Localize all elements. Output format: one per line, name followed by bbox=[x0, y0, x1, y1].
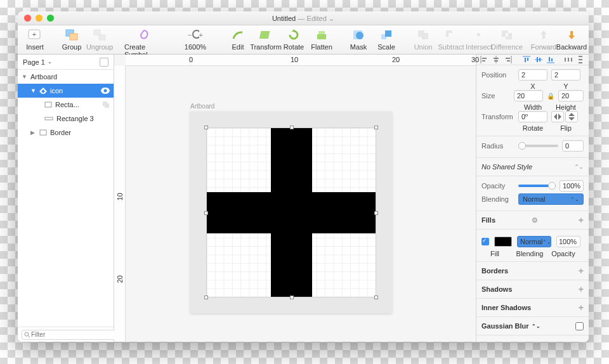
content-area: Page 1⌄ ▼Artboard ▼icon Recta... Rectang… bbox=[18, 55, 589, 342]
page-selector[interactable]: Page 1⌄ bbox=[18, 55, 114, 70]
lock-icon[interactable]: 🔒 bbox=[547, 93, 554, 100]
handle-se[interactable] bbox=[374, 296, 378, 299]
vertical-ruler[interactable]: 10 20 bbox=[114, 66, 126, 342]
position-x-input[interactable] bbox=[518, 69, 547, 81]
inner-shadows-header[interactable]: Inner Shadows+ bbox=[476, 299, 589, 317]
blur-checkbox[interactable] bbox=[575, 322, 584, 330]
flip-h-button[interactable] bbox=[551, 111, 564, 122]
align-left-icon[interactable] bbox=[479, 55, 490, 65]
svg-text:+: + bbox=[32, 30, 36, 38]
svg-rect-9 bbox=[317, 34, 326, 39]
layers-footer: ✎ 0 bbox=[18, 327, 114, 342]
radius-input[interactable] bbox=[562, 140, 584, 152]
handle-e[interactable] bbox=[374, 211, 378, 215]
union-button[interactable]: Union bbox=[411, 28, 435, 51]
add-fill-button[interactable]: + bbox=[579, 215, 584, 225]
layer-artboard[interactable]: ▼Artboard bbox=[18, 70, 114, 84]
layer-border[interactable]: ▶Border bbox=[18, 126, 114, 140]
scale-button[interactable]: Scale bbox=[374, 28, 398, 51]
handle-n[interactable] bbox=[290, 126, 294, 129]
flatten-button[interactable]: Flatten bbox=[310, 28, 334, 51]
svg-rect-10 bbox=[318, 31, 325, 34]
flip-v-button[interactable] bbox=[565, 111, 578, 122]
fill-opacity-input[interactable] bbox=[556, 236, 580, 247]
add-border-button[interactable]: + bbox=[579, 266, 584, 276]
window-controls bbox=[18, 15, 54, 22]
layer-filter-input[interactable] bbox=[22, 330, 121, 340]
position-y-input[interactable] bbox=[551, 69, 580, 81]
shadows-header[interactable]: Shadows+ bbox=[476, 280, 589, 299]
svg-rect-14 bbox=[385, 30, 391, 37]
blending-label: Blending bbox=[481, 195, 514, 203]
svg-rect-43 bbox=[568, 58, 569, 62]
ungroup-button[interactable]: Ungroup bbox=[88, 28, 112, 51]
handle-sw[interactable] bbox=[204, 296, 208, 299]
combine-icon[interactable] bbox=[102, 101, 110, 108]
gear-icon[interactable]: ⚙ bbox=[532, 216, 538, 224]
horizontal-ruler[interactable]: 0 10 20 30 bbox=[126, 55, 476, 66]
fill-color-swatch[interactable] bbox=[494, 237, 512, 247]
dist-v-icon[interactable] bbox=[575, 55, 586, 65]
maximize-window-button[interactable] bbox=[47, 15, 54, 22]
difference-button[interactable]: Difference bbox=[495, 28, 519, 51]
appearance-panel: Opacity BlendingNormal⌃⌄ bbox=[476, 176, 589, 211]
align-hcenter-icon[interactable] bbox=[491, 55, 502, 65]
insert-button[interactable]: +Insert bbox=[23, 28, 47, 51]
add-export-button[interactable]: + bbox=[579, 341, 584, 342]
chevron-down-icon: ⌄ bbox=[329, 15, 334, 22]
blending-select[interactable]: Normal⌃⌄ bbox=[518, 193, 584, 205]
title-state: — Edited bbox=[298, 15, 327, 22]
width-input[interactable] bbox=[514, 90, 543, 101]
shared-style-selector[interactable]: No Shared Style⌃⌄ bbox=[476, 158, 589, 176]
radius-label: Radius bbox=[481, 142, 514, 150]
create-symbol-button[interactable]: Create Symbol bbox=[124, 28, 165, 58]
blur-header[interactable]: Gaussian Blur⌃⌄+ bbox=[476, 317, 589, 335]
page-grid-icon[interactable] bbox=[100, 58, 108, 67]
fill-blend-select[interactable]: Normal⌃⌄ bbox=[517, 236, 551, 247]
handle-nw[interactable] bbox=[204, 126, 208, 129]
rotate-input[interactable] bbox=[518, 111, 547, 122]
height-input[interactable] bbox=[558, 90, 584, 101]
zoom-control[interactable]: −+1600% bbox=[178, 28, 213, 51]
align-right-icon[interactable] bbox=[503, 55, 514, 65]
minimize-window-button[interactable] bbox=[36, 15, 43, 22]
radius-slider[interactable] bbox=[518, 145, 558, 147]
fill-enabled-checkbox[interactable] bbox=[481, 238, 489, 245]
transform-button[interactable]: Transform bbox=[254, 28, 278, 51]
svg-rect-38 bbox=[539, 58, 540, 62]
export-section[interactable]: Make Exportable+ bbox=[476, 335, 589, 342]
rotate-button[interactable]: Rotate bbox=[282, 28, 306, 51]
canvas[interactable]: Artboard bbox=[126, 66, 476, 342]
edit-button[interactable]: Edit bbox=[226, 28, 250, 51]
opacity-slider[interactable] bbox=[518, 185, 556, 187]
forward-button[interactable]: Forward bbox=[532, 28, 556, 51]
handle-s[interactable] bbox=[290, 296, 294, 299]
svg-rect-41 bbox=[551, 58, 553, 62]
layer-icon[interactable]: ▼icon bbox=[18, 84, 114, 98]
close-window-button[interactable] bbox=[24, 15, 31, 22]
layer-rect2[interactable]: Rectangle 3 bbox=[18, 112, 114, 126]
add-inner-shadow-button[interactable]: + bbox=[579, 302, 584, 313]
intersect-button[interactable]: Intersect bbox=[467, 28, 491, 51]
svg-rect-22 bbox=[45, 117, 53, 120]
artboard-label[interactable]: Artboard bbox=[190, 103, 214, 110]
svg-rect-17 bbox=[477, 33, 480, 36]
align-vcenter-icon[interactable] bbox=[533, 55, 544, 65]
handle-w[interactable] bbox=[204, 211, 208, 215]
handle-ne[interactable] bbox=[374, 126, 378, 129]
align-bottom-icon[interactable] bbox=[545, 55, 556, 65]
align-top-icon[interactable] bbox=[521, 55, 532, 65]
add-shadow-button[interactable]: + bbox=[579, 284, 584, 294]
subtract-button[interactable]: Subtract bbox=[439, 28, 463, 51]
dist-h-icon[interactable] bbox=[563, 55, 574, 65]
svg-rect-34 bbox=[525, 58, 526, 62]
group-button[interactable]: Group bbox=[60, 28, 84, 51]
document-title[interactable]: Untitled — Edited ⌄ bbox=[272, 14, 334, 23]
visibility-icon[interactable] bbox=[101, 88, 110, 94]
svg-rect-29 bbox=[494, 60, 498, 62]
borders-header[interactable]: Borders+ bbox=[476, 262, 589, 280]
backward-button[interactable]: Backward bbox=[560, 28, 584, 51]
opacity-input[interactable] bbox=[560, 180, 584, 192]
layer-rect1[interactable]: Recta... bbox=[18, 98, 114, 112]
mask-button[interactable]: Mask bbox=[346, 28, 370, 51]
